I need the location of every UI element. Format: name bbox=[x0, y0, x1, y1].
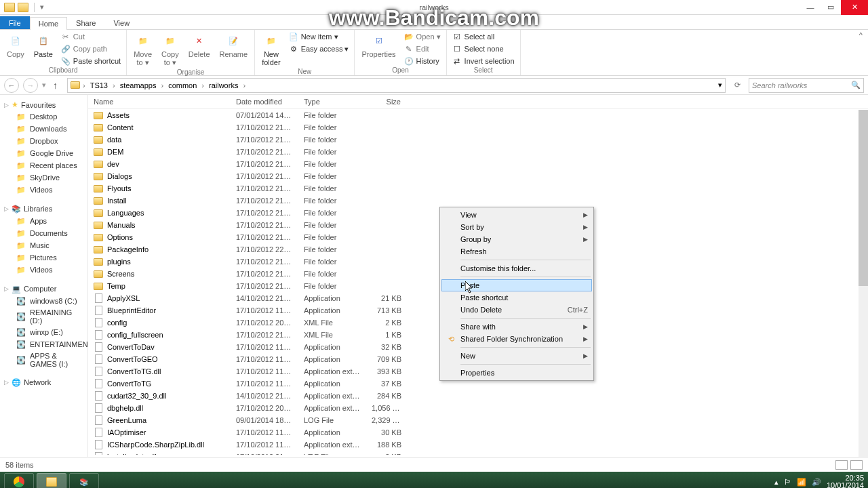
tab-file[interactable]: File bbox=[0, 16, 30, 29]
easy-access-button[interactable]: ⚙Easy access ▾ bbox=[288, 43, 351, 54]
paste-shortcut-button[interactable]: 📎Paste shortcut bbox=[60, 56, 122, 66]
sidebar-item[interactable]: 💽APPS & GAMES (I:) bbox=[0, 350, 87, 369]
table-row[interactable]: dbghelp.dll17/10/2012 20:55Application e… bbox=[88, 402, 868, 414]
ctx-new[interactable]: New▶ bbox=[441, 350, 592, 362]
table-row[interactable]: Content17/10/2012 21:34File folder bbox=[88, 121, 868, 134]
ctx-paste-shortcut[interactable]: Paste shortcut bbox=[441, 291, 592, 304]
table-row[interactable]: cudart32_30_9.dll14/10/2012 21:14Applica… bbox=[88, 390, 868, 402]
copy-to-button[interactable]: 📁Copy to ▾ bbox=[159, 31, 182, 68]
paste-button[interactable]: 📋Paste bbox=[31, 31, 56, 60]
sidebar-item[interactable]: 💽winxp (E:) bbox=[0, 326, 87, 338]
table-row[interactable]: data17/10/2012 21:43File folder bbox=[88, 134, 868, 146]
col-date[interactable]: Date modified bbox=[231, 95, 298, 108]
sidebar-item[interactable]: 📁Desktop bbox=[0, 110, 87, 123]
sidebar-item[interactable]: 📁Dropbox bbox=[0, 135, 87, 147]
minimize-button[interactable]: — bbox=[800, 0, 821, 15]
copy-button[interactable]: 📄Copy bbox=[4, 31, 27, 60]
sidebar-item[interactable]: 📁Videos bbox=[0, 184, 87, 196]
tab-share[interactable]: Share bbox=[67, 16, 104, 29]
sidebar-item[interactable]: 📁SkyDrive bbox=[0, 171, 87, 184]
invert-selection-button[interactable]: ⇄Invert selection bbox=[451, 56, 516, 66]
tray-clock[interactable]: 20:35 10/01/2014 bbox=[827, 474, 864, 488]
chevron-right-icon[interactable]: › bbox=[81, 81, 87, 89]
refresh-button[interactable]: ⟳ bbox=[730, 78, 745, 93]
tray-arrow-icon[interactable]: ▴ bbox=[774, 478, 778, 487]
tray-network-icon[interactable]: 📶 bbox=[797, 478, 806, 487]
chevron-right-icon[interactable]: › bbox=[200, 81, 205, 89]
delete-button[interactable]: ✕Delete bbox=[186, 31, 213, 60]
table-row[interactable]: Assets07/01/2014 14:53File folder bbox=[88, 109, 868, 121]
tab-view[interactable]: View bbox=[104, 16, 138, 29]
table-row[interactable]: dev17/10/2012 21:43File folder bbox=[88, 158, 868, 170]
search-input[interactable]: Search railworks 🔍 bbox=[749, 78, 864, 93]
table-row[interactable]: Install17/10/2012 21:44File folder bbox=[88, 195, 868, 207]
sidebar-item[interactable]: 📁Pictures bbox=[0, 251, 87, 264]
breadcrumb-item[interactable]: steamapps bbox=[118, 81, 159, 89]
qat-folder-icon[interactable] bbox=[18, 3, 28, 12]
select-all-button[interactable]: ☑Select all bbox=[451, 31, 516, 42]
sidebar-item[interactable]: 📁Videos bbox=[0, 264, 87, 276]
search-icon[interactable]: 🔍 bbox=[851, 81, 861, 89]
ctx-undo-delete[interactable]: Undo DeleteCtrl+Z bbox=[441, 304, 592, 316]
sidebar-item[interactable]: 📁Downloads bbox=[0, 123, 87, 135]
move-to-button[interactable]: 📁Move to ▾ bbox=[131, 31, 155, 68]
sidebar-libraries-header[interactable]: ▷📚Libraries bbox=[0, 203, 87, 215]
sidebar-network-header[interactable]: ▷🌐Network bbox=[0, 376, 87, 388]
table-row[interactable]: GreenLuma09/01/2014 18:01LOG File2,329 K… bbox=[88, 414, 868, 426]
table-row[interactable]: ICSharpCode.SharpZipLib.dll17/10/2012 11… bbox=[88, 439, 868, 451]
col-type[interactable]: Type bbox=[298, 95, 366, 108]
taskbar-winrar[interactable]: 📚 bbox=[69, 473, 99, 488]
col-name[interactable]: Name bbox=[88, 95, 231, 108]
view-large-icon[interactable] bbox=[850, 460, 863, 470]
breadcrumb-item[interactable]: TS13 bbox=[88, 81, 110, 89]
scrollbar-thumb[interactable] bbox=[859, 110, 868, 286]
tab-home[interactable]: Home bbox=[30, 17, 67, 30]
breadcrumb[interactable]: › TS13 › steamapps › common › railworks … bbox=[67, 78, 726, 93]
table-row[interactable]: Dialogs17/10/2012 21:44File folder bbox=[88, 170, 868, 182]
close-button[interactable]: ✕ bbox=[841, 0, 868, 15]
ribbon-minimize-icon[interactable]: ^ bbox=[859, 31, 863, 39]
ctx-paste[interactable]: Paste bbox=[441, 279, 592, 291]
table-row[interactable]: installscript.vdf17/10/2012 21:34VDF Fil… bbox=[88, 451, 868, 455]
sidebar-item[interactable]: 💽ENTERTAINMENT bbox=[0, 338, 87, 350]
maximize-button[interactable]: ▭ bbox=[821, 0, 841, 15]
taskbar-chrome[interactable] bbox=[4, 473, 34, 488]
sidebar-favourites-header[interactable]: ▷★Favourites bbox=[0, 99, 87, 110]
open-button[interactable]: 📂Open ▾ bbox=[403, 31, 442, 42]
up-button[interactable]: ↑ bbox=[50, 80, 60, 91]
ctx-refresh[interactable]: Refresh bbox=[441, 245, 592, 258]
sidebar-item[interactable]: 💽REMAINING (D:) bbox=[0, 307, 87, 326]
back-button[interactable]: ← bbox=[4, 78, 19, 93]
sidebar-computer-header[interactable]: ▷💻Computer bbox=[0, 283, 87, 295]
table-row[interactable]: DEM17/10/2012 21:43File folder bbox=[88, 146, 868, 158]
sidebar-item[interactable]: 💽windows8 (C:) bbox=[0, 295, 87, 307]
address-dropdown-icon[interactable]: ▾ bbox=[718, 81, 722, 89]
sidebar-item[interactable]: 📁Recent places bbox=[0, 159, 87, 171]
forward-button[interactable]: → bbox=[23, 78, 38, 93]
table-row[interactable]: Flyouts17/10/2012 21:44File folder bbox=[88, 182, 868, 195]
sidebar-item[interactable]: 📁Music bbox=[0, 239, 87, 251]
history-button[interactable]: 🕐History bbox=[403, 56, 442, 66]
qat-app-icon[interactable] bbox=[4, 3, 15, 12]
rename-button[interactable]: 📝Rename bbox=[217, 31, 251, 60]
edit-button[interactable]: ✎Edit bbox=[403, 43, 442, 54]
table-row[interactable]: IAOptimiser17/10/2012 11:27Application30… bbox=[88, 426, 868, 439]
tray-flag-icon[interactable]: 🏳 bbox=[784, 478, 791, 486]
select-none-button[interactable]: ☐Select none bbox=[451, 43, 516, 54]
taskbar-explorer[interactable] bbox=[37, 473, 66, 488]
ctx-sort-by[interactable]: Sort by▶ bbox=[441, 221, 592, 233]
sidebar-item[interactable]: 📁Apps bbox=[0, 215, 87, 227]
tray-volume-icon[interactable]: 🔊 bbox=[812, 478, 821, 487]
chevron-right-icon[interactable]: › bbox=[111, 81, 117, 89]
new-item-button[interactable]: 📄New item ▾ bbox=[288, 31, 351, 42]
chevron-right-icon[interactable]: › bbox=[241, 81, 247, 89]
ctx-view[interactable]: View▶ bbox=[441, 209, 592, 221]
qat-dropdown-icon[interactable]: ▾ bbox=[40, 3, 44, 12]
breadcrumb-item[interactable]: railworks bbox=[207, 81, 240, 89]
ctx-customise[interactable]: Customise this folder... bbox=[441, 262, 592, 274]
copy-path-button[interactable]: 🔗Copy path bbox=[60, 43, 122, 54]
view-details-icon[interactable] bbox=[835, 460, 848, 470]
ctx-group-by[interactable]: Group by▶ bbox=[441, 233, 592, 245]
breadcrumb-item[interactable]: common bbox=[166, 81, 199, 89]
chevron-right-icon[interactable]: › bbox=[159, 81, 165, 89]
